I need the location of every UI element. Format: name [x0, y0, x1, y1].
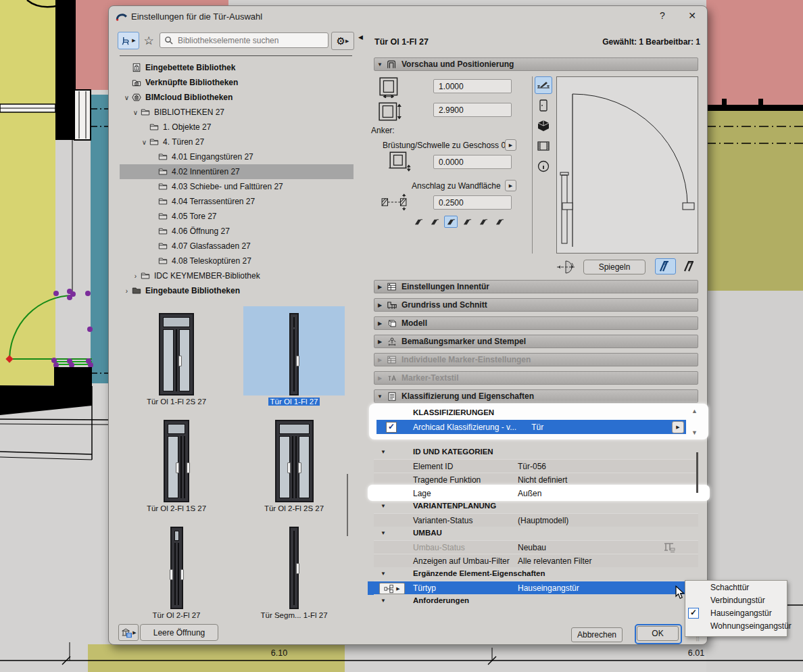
favorites-button[interactable]: ☆	[140, 32, 157, 49]
reveal-depth-field[interactable]	[433, 195, 512, 210]
library-search-box[interactable]	[160, 32, 328, 48]
cancel-button[interactable]: Abbrechen	[571, 627, 623, 642]
dropdown-menu-item[interactable]: Verbindungstür	[685, 594, 787, 606]
section-view-button[interactable]	[535, 137, 552, 155]
group-caret-icon[interactable]: ▼	[381, 449, 386, 455]
scroll-up-icon[interactable]: ▲	[691, 408, 698, 414]
reveal-anchor-flyout-button[interactable]: ▶	[505, 180, 516, 191]
library-tree-item[interactable]: › IDC KEYMEMBER-Bibliothek	[120, 268, 354, 283]
library-tree-item[interactable]: Verknüpfte Bibliotheken	[120, 75, 354, 90]
library-part-thumbnail[interactable]: Tür Segm... 1-Fl 27	[243, 520, 345, 620]
property-row[interactable]: ▼ ▶ Anforderungen	[374, 594, 698, 608]
library-tree-item[interactable]: 4.08 Teleskoptüren 27	[120, 254, 354, 268]
tree-expand-icon[interactable]: ›	[122, 287, 131, 295]
settings-section-bar[interactable]: ▶ Marker-Textstil	[374, 371, 698, 385]
library-part-thumbnail[interactable]: Tür Ol 2-Fl 2S 27	[243, 413, 345, 516]
settings-section-bar[interactable]: ▶ Einstellungen Innentür	[374, 280, 698, 293]
section-vorschau-und-positionierung[interactable]: ▼ Vorschau und Positionierung	[374, 57, 698, 71]
library-tree-item[interactable]: 1. Objekte 27	[120, 120, 354, 135]
classification-flyout-button[interactable]: ▶	[672, 421, 684, 433]
info-button[interactable]	[535, 158, 552, 175]
ok-button[interactable]: OK	[637, 626, 679, 641]
property-row[interactable]: ▼ ▶ Lage Außen	[374, 486, 698, 500]
properties-scrollbar[interactable]	[696, 452, 698, 493]
scroll-down-icon[interactable]: ▼	[691, 429, 698, 436]
dropdown-menu-item[interactable]: Schachttür	[685, 581, 787, 594]
swing-direction-right-button[interactable]	[679, 258, 700, 274]
library-tree-item[interactable]: 4.05 Tore 27	[120, 209, 354, 224]
dropdown-menu-item[interactable]: ✓ Hauseingangstür	[685, 606, 787, 619]
library-tree-item[interactable]: 4.04 Terrassentüren 27	[120, 194, 354, 209]
swing-direction-left-button[interactable]	[655, 258, 676, 274]
element-type-flyout-button[interactable]: ▶	[118, 32, 139, 49]
property-row[interactable]: ▼ ▶ Türtyp Hauseingangstür	[374, 581, 698, 594]
library-tree-item[interactable]: 4.01 Eingangstüren 27	[120, 149, 354, 164]
property-row[interactable]: ▼ ▶ VARIANTENPLANUNG	[374, 500, 698, 513]
library-tree-item[interactable]: ∨ 4. Türen 27	[120, 135, 354, 149]
anchor-option-6[interactable]	[493, 216, 506, 228]
library-tree-item[interactable]: Eingebettete Bibliothek	[120, 60, 354, 75]
tree-expand-icon[interactable]: ∨	[140, 139, 149, 146]
classification-checkbox[interactable]: ✓	[386, 422, 397, 433]
door-height-field[interactable]	[433, 103, 512, 117]
classification-row[interactable]: ✓ Archicad Klassifizierung - v... Tür ▶	[376, 420, 686, 434]
property-row[interactable]: ▼ ▶ Umbau-Status Neubau	[374, 540, 698, 554]
settings-section-bar[interactable]: ▼ Klassifizierung und Eigenschaften	[374, 389, 698, 403]
library-part-thumbnail[interactable]: Tür Ol 2-Fl 27	[126, 520, 227, 620]
property-origin-button[interactable]: ▶	[379, 583, 405, 594]
anchor-option-5[interactable]	[477, 216, 490, 228]
thumbnail-scrollbar[interactable]	[347, 474, 348, 536]
rotate-90-icon[interactable]	[555, 259, 577, 275]
library-tree-item[interactable]: ∨ BIBLIOTHEKEN 27	[120, 105, 354, 120]
group-caret-icon[interactable]: ▼	[381, 571, 386, 577]
group-caret-icon[interactable]: ▼	[381, 503, 386, 509]
library-part-thumbnail[interactable]: Tür Ol 1-Fl 27	[243, 306, 345, 409]
settings-section-bar[interactable]: ▶ Bemaßungsmarker und Stempel	[374, 335, 698, 348]
search-input[interactable]	[176, 35, 314, 46]
mirror-button[interactable]: Spiegeln	[583, 260, 646, 274]
library-part-thumbnail[interactable]: Tür Ol 1-Fl 2S 27	[126, 306, 227, 409]
library-tree-item[interactable]: 4.03 Schiebe- und Falttüren 27	[120, 179, 354, 194]
door-width-field[interactable]	[433, 79, 512, 93]
library-tree-item[interactable]: 4.07 Glasfassaden 27	[120, 239, 354, 254]
settings-section-bar[interactable]: ▶ Grundriss und Schnitt	[374, 298, 698, 312]
group-caret-icon[interactable]: ▼	[381, 598, 386, 604]
group-caret-icon[interactable]: ▼	[381, 530, 386, 536]
property-row[interactable]: ▼ ▶ Ergänzende Element-Eigenschaften	[374, 567, 698, 581]
plan-view-button[interactable]	[535, 76, 552, 94]
library-part-thumbnail[interactable]: Tür Ol 2-Fl 1S 27	[126, 413, 227, 516]
property-row[interactable]: ▼ ▶ Anzeigen auf Umbau-Filter Alle relev…	[374, 554, 698, 567]
library-manager-button[interactable]: ▶	[118, 624, 139, 641]
property-row[interactable]: ▼ ▶ Tragende Funktion Nicht definiert	[374, 473, 698, 486]
tree-expand-icon[interactable]: ∨	[122, 94, 131, 101]
library-tree-item[interactable]: 4.02 Innentüren 27	[120, 164, 354, 179]
anchor-option-1[interactable]	[412, 216, 425, 228]
pane-collapse-icon[interactable]: ◀	[358, 34, 363, 41]
library-tree-item[interactable]: 4.06 Öffnung 27	[120, 224, 354, 239]
close-button[interactable]: ✕	[685, 10, 700, 21]
door-plan-preview[interactable]	[556, 76, 698, 254]
property-row[interactable]: ▼ ▶ Varianten-Status (Hauptmodell)	[374, 513, 698, 527]
tree-expand-icon[interactable]: ∨	[131, 109, 140, 116]
empty-opening-button[interactable]: Leere Öffnung	[140, 624, 218, 641]
sill-height-field[interactable]	[433, 155, 512, 169]
settings-section-bar[interactable]: ▶ Individuelle Marker-Einstellungen	[374, 353, 698, 366]
3d-view-button[interactable]	[535, 117, 552, 135]
tree-expand-icon[interactable]: ›	[131, 272, 140, 280]
resize-grip[interactable]: ⠿	[696, 636, 704, 644]
anchor-option-2[interactable]	[428, 216, 441, 228]
dropdown-menu-item[interactable]: Wohnungseingangstür	[685, 619, 787, 632]
settings-section-bar[interactable]: ▶ Modell	[374, 316, 698, 330]
library-tree-item[interactable]: › Eingebaute Bibliotheken	[120, 283, 354, 298]
elevation-view-button[interactable]	[535, 97, 552, 114]
property-row[interactable]: ▼ ▶ Element ID Tür-056	[374, 459, 698, 473]
settings-flyout-button[interactable]: ⚙▶	[331, 32, 354, 50]
dialog-titlebar[interactable]: Einstellungen für die Tür-Auswahl ? ✕	[109, 6, 707, 26]
property-row[interactable]: ▼ ▶ ID UND KATEGORIEN	[374, 446, 698, 459]
property-row[interactable]: ▼ ▶ UMBAU	[374, 527, 698, 540]
help-button[interactable]: ?	[655, 10, 670, 21]
anchor-option-4[interactable]	[460, 216, 474, 228]
sill-anchor-flyout-button[interactable]: ▶	[505, 139, 516, 151]
anchor-option-3-selected[interactable]	[444, 216, 458, 228]
library-tree-item[interactable]: ∨ BIMcloud Bibliotheken	[120, 90, 354, 105]
